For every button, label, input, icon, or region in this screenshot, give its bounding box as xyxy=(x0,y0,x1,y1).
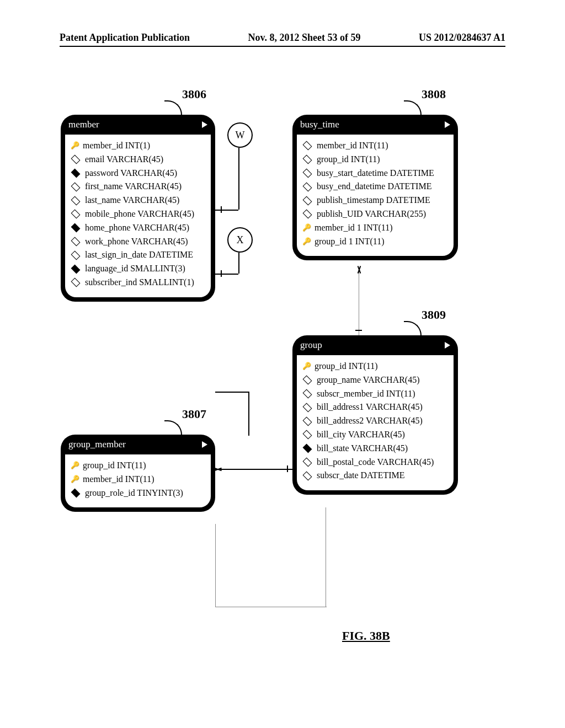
entity-title: member xyxy=(68,119,99,130)
field-text: bill_address1 VARCHAR(45) xyxy=(317,400,423,414)
er-diagram: 3806 3808 3807 3809 member 🔑member_id IN… xyxy=(61,83,502,667)
diamond-solid-icon xyxy=(71,223,81,233)
entity-title: group_member xyxy=(68,439,126,450)
entity-body: 🔑group_id INT(11)group_name VARCHAR(45)s… xyxy=(297,355,454,490)
field-text: home_phone VARCHAR(45) xyxy=(85,221,189,235)
rel-tick xyxy=(287,465,288,472)
entity-busy-time: busy_time member_id INT(11)group_id INT(… xyxy=(292,115,458,260)
field-row: work_phone VARCHAR(45) xyxy=(71,235,205,249)
entity-title-bar: group_member xyxy=(61,435,215,454)
field-text: email VARCHAR(45) xyxy=(85,153,163,167)
field-text: language_id SMALLINT(3) xyxy=(85,262,185,276)
rel-tick xyxy=(355,330,362,331)
field-text: first_name VARCHAR(45) xyxy=(85,180,182,194)
field-row: last_sign_in_date DATETIME xyxy=(71,248,205,262)
diamond-open-icon xyxy=(71,278,81,287)
field-row: publish_UID VARCHAR(255) xyxy=(302,207,448,221)
connector-label: X xyxy=(237,234,244,246)
rel-line xyxy=(238,148,239,210)
field-row: 🔑group_id INT(11) xyxy=(302,360,448,373)
key-icon: 🔑 xyxy=(71,142,78,149)
diamond-open-icon xyxy=(71,210,81,219)
diamond-solid-icon xyxy=(71,168,81,178)
crowfoot-icon xyxy=(214,465,222,473)
field-row: busy_start_datetime DATETIME xyxy=(302,167,448,180)
field-row: subscr_member_id INT(11) xyxy=(302,387,448,401)
field-text: busy_end_datetime DATETIME xyxy=(317,180,431,194)
field-row: home_phone VARCHAR(45) xyxy=(71,221,205,235)
entity-group: group 🔑group_id INT(11)group_name VARCHA… xyxy=(292,335,458,495)
entity-title-bar: member xyxy=(61,115,215,135)
ref-3806: 3806 xyxy=(182,87,206,101)
field-row: bill_postal_code VARCHAR(45) xyxy=(302,456,448,469)
diamond-open-icon xyxy=(71,155,81,164)
diamond-open-icon xyxy=(71,196,81,205)
diamond-open-icon xyxy=(303,471,312,480)
field-text: publish_UID VARCHAR(255) xyxy=(317,207,426,221)
field-row: bill_address1 VARCHAR(45) xyxy=(302,400,448,414)
field-text: group_id 1 INT(11) xyxy=(315,235,385,249)
header-center: Nov. 8, 2012 Sheet 53 of 59 xyxy=(248,32,361,44)
field-row: 🔑member_id INT(11) xyxy=(71,473,205,486)
entity-body: 🔑member_id INT(1)email VARCHAR(45)passwo… xyxy=(65,135,211,297)
field-row: 🔑group_id 1 INT(11) xyxy=(302,235,448,249)
field-row: last_name VARCHAR(45) xyxy=(71,194,205,207)
field-row: member_id INT(11) xyxy=(302,139,448,153)
field-text: subscr_member_id INT(11) xyxy=(317,387,415,401)
field-text: mobile_phone VARCHAR(45) xyxy=(85,207,194,221)
field-row: bill_city VARCHAR(45) xyxy=(302,428,448,442)
field-text: work_phone VARCHAR(45) xyxy=(85,235,188,249)
field-row: bill_state VARCHAR(45) xyxy=(302,442,448,456)
diamond-open-icon xyxy=(303,168,312,178)
rel-tick xyxy=(221,206,222,213)
field-row: group_id INT(11) xyxy=(302,153,448,167)
page-header: Patent Application Publication Nov. 8, 2… xyxy=(60,32,505,47)
field-row: email VARCHAR(45) xyxy=(71,153,205,167)
field-row: busy_end_datetime DATETIME xyxy=(302,180,448,194)
rel-line xyxy=(238,253,239,274)
field-text: group_id INT(11) xyxy=(315,360,378,373)
key-icon: 🔑 xyxy=(71,462,78,469)
chevron-right-icon xyxy=(445,121,450,128)
header-left: Patent Application Publication xyxy=(60,32,190,44)
diamond-open-icon xyxy=(71,250,81,260)
entity-title: busy_time xyxy=(300,119,339,130)
field-text: group_id INT(11) xyxy=(317,153,380,167)
crowfoot-icon xyxy=(355,266,363,274)
field-text: password VARCHAR(45) xyxy=(85,167,177,180)
diamond-open-icon xyxy=(303,389,312,398)
field-text: member_id INT(1) xyxy=(83,139,150,153)
field-text: member_id INT(11) xyxy=(317,139,388,153)
ref-3808: 3808 xyxy=(422,87,446,101)
rel-line xyxy=(248,392,249,436)
diamond-solid-icon xyxy=(303,444,312,453)
field-text: publish_timestamp DATETIME xyxy=(317,194,430,207)
field-text: busy_start_datetime DATETIME xyxy=(317,167,434,180)
rel-line xyxy=(326,507,326,607)
field-row: 🔑group_id INT(11) xyxy=(71,459,205,473)
field-text: member_id 1 INT(11) xyxy=(315,221,393,235)
rel-line xyxy=(215,607,327,607)
diamond-solid-icon xyxy=(71,488,81,497)
figure-label: FIG. 38B xyxy=(342,629,390,643)
entity-member: member 🔑member_id INT(1)email VARCHAR(45… xyxy=(61,115,215,302)
field-row: language_id SMALLINT(3) xyxy=(71,262,205,276)
chevron-right-icon xyxy=(202,121,207,128)
field-text: last_sign_in_date DATETIME xyxy=(85,248,193,262)
field-row: subscr_date DATETIME xyxy=(302,469,448,483)
field-row: mobile_phone VARCHAR(45) xyxy=(71,207,205,221)
diamond-open-icon xyxy=(303,403,312,412)
rel-line xyxy=(215,392,248,393)
diamond-open-icon xyxy=(303,457,312,467)
field-text: bill_state VARCHAR(45) xyxy=(317,442,408,456)
offpage-connector-x: X xyxy=(227,227,253,253)
key-icon: 🔑 xyxy=(302,238,310,245)
key-icon: 🔑 xyxy=(302,362,310,370)
diamond-open-icon xyxy=(303,182,312,191)
diamond-open-icon xyxy=(71,182,81,191)
entity-title-bar: group xyxy=(292,335,458,355)
offpage-connector-w: W xyxy=(227,122,253,148)
rel-line xyxy=(215,469,292,470)
entity-body: 🔑group_id INT(11)🔑member_id INT(11)group… xyxy=(65,454,211,507)
field-text: group_name VARCHAR(45) xyxy=(317,373,420,387)
